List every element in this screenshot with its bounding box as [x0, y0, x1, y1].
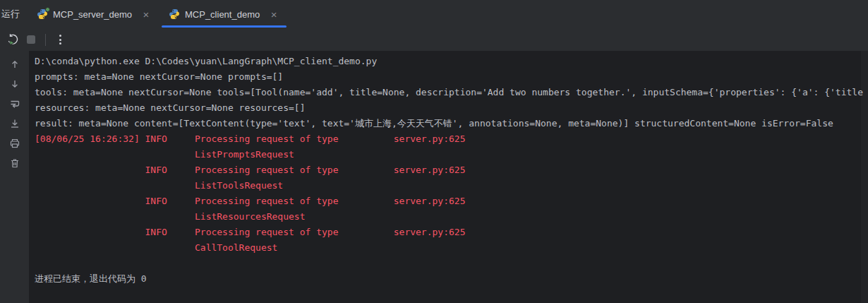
console-line: tools: meta=None nextCursor=None tools=[…	[35, 85, 868, 100]
arrow-down-button[interactable]	[7, 76, 23, 92]
console-line: INFO Processing request of type server.p…	[35, 162, 868, 178]
run-toolbar	[0, 28, 868, 51]
console-line: ListPromptsRequest	[35, 147, 868, 162]
close-icon[interactable]: ×	[268, 8, 279, 20]
python-icon	[169, 8, 180, 20]
console-line: 进程已结束，退出代码为 0	[35, 271, 868, 287]
vertical-scrollbar[interactable]	[861, 51, 868, 303]
soft-wrap-button[interactable]	[7, 96, 23, 112]
tab-mcp-client-demo[interactable]: MCP_client_demo ×	[160, 0, 288, 28]
arrow-down-icon	[9, 78, 20, 90]
soft-wrap-icon	[9, 98, 20, 109]
console-line: [08/06/25 16:26:32] INFO Processing requ…	[35, 131, 868, 147]
close-icon[interactable]: ×	[140, 8, 152, 20]
console-line: prompts: meta=None nextCursor=None promp…	[35, 69, 868, 85]
scroll-to-end-button[interactable]	[7, 116, 23, 131]
stop-button[interactable]	[22, 31, 40, 48]
console-line: ListToolsRequest	[35, 178, 868, 194]
tab-label: MCP_server_demo	[53, 9, 132, 20]
console-line	[35, 256, 868, 271]
running-indicator-dot	[45, 7, 50, 12]
console-line: CallToolRequest	[35, 240, 868, 256]
console-line: INFO Processing request of type server.p…	[35, 194, 868, 209]
more-options-button[interactable]	[51, 31, 69, 48]
tab-label: MCP_client_demo	[185, 9, 260, 20]
arrow-up-button[interactable]	[7, 57, 23, 72]
console-output: D:\conda\python.exe D:\Codes\yuan\LangGr…	[35, 54, 868, 287]
console-line: result: meta=None content=[TextContent(t…	[35, 116, 868, 131]
console-line: INFO Processing request of type server.p…	[35, 225, 868, 240]
run-tool-window: 运行 MCP_server_demo ×	[0, 0, 868, 303]
console-line: D:\conda\python.exe D:\Codes\yuan\LangGr…	[35, 54, 868, 69]
run-tab-bar: 运行 MCP_server_demo ×	[0, 0, 868, 28]
tab-mcp-server-demo[interactable]: MCP_server_demo ×	[28, 0, 160, 28]
console-output-area[interactable]: D:\conda\python.exe D:\Codes\yuan\LangGr…	[29, 51, 868, 303]
print-icon	[9, 138, 20, 149]
tool-window-title: 运行	[0, 0, 28, 28]
rerun-icon	[6, 33, 19, 46]
more-options-kebab-icon	[59, 35, 61, 44]
console-body: D:\conda\python.exe D:\Codes\yuan\LangGr…	[0, 51, 868, 303]
console-line: ListResourcesRequest	[35, 209, 868, 225]
console-gutter-toolbar	[0, 51, 29, 303]
clear-all-button[interactable]	[7, 155, 23, 171]
console-line: resources: meta=None nextCursor=None res…	[35, 100, 868, 116]
arrow-up-icon	[9, 59, 20, 70]
rerun-button[interactable]	[4, 31, 22, 48]
print-button[interactable]	[7, 136, 23, 151]
toolbar-divider	[45, 34, 46, 46]
stop-icon	[27, 35, 35, 44]
python-icon	[37, 8, 48, 20]
clear-all-trash-icon	[9, 158, 20, 169]
scroll-to-end-icon	[9, 118, 20, 129]
